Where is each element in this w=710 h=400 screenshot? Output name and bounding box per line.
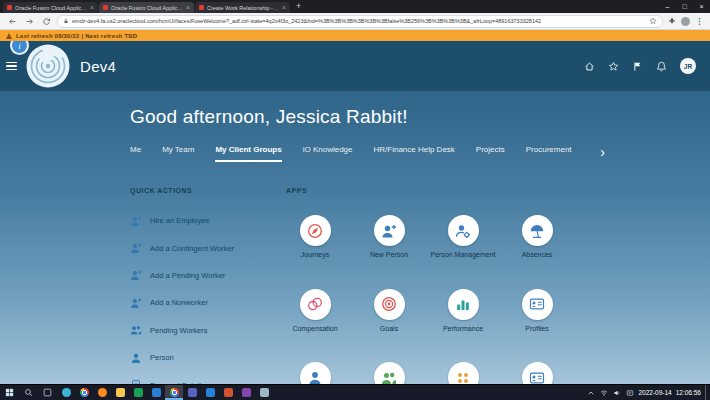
tab-my-client-groups[interactable]: My Client Groups [215,145,281,162]
tab-close-icon[interactable]: × [90,4,94,11]
header-actions: JR [584,58,696,74]
tab-close-icon[interactable]: × [186,4,190,11]
taskbar-app-word[interactable] [147,385,165,400]
back-icon[interactable] [6,15,18,27]
app-tile-compensation[interactable]: Compensation [278,289,352,363]
app-tile-circle [300,215,331,246]
taskbar-app-excel[interactable] [129,385,147,400]
quick-action-label: Add a Nonworker [150,298,208,307]
browser-profile-avatar[interactable] [681,17,690,26]
apps-heading: APPS [286,187,307,194]
url-text[interactable]: emdz-dev4.fa.us2.oraclecloud.com/hcmUI/f… [72,18,646,24]
quick-action-label: Add a Contingent Worker [150,244,234,253]
greeting-text: Good afternoon, Jessica Rabbit! [130,106,408,128]
new-tab-button[interactable]: + [296,1,301,12]
browser-tab[interactable]: Create Work Relationship - Ora...× [195,2,290,13]
taskbar-app-outlook[interactable] [201,385,219,400]
apps-grid: JourneysNew PersonPerson ManagementAbsen… [278,215,574,384]
home-banner: Good afternoon, Jessica Rabbit! MeMy Tea… [0,91,710,384]
home-icon[interactable] [584,61,595,72]
taskbar-app-teams[interactable] [183,385,201,400]
taskbar-app-chrome[interactable] [75,385,93,400]
app-tile-profiles[interactable]: Profiles [500,289,574,363]
browser-tab[interactable]: Oracle Fusion Cloud Applications× [99,2,194,13]
quick-action-personal-details[interactable]: Personal Details [130,371,282,384]
app-tile-goals[interactable]: Goals [352,289,426,363]
sandbox-banner: Last refresh 08/30/22 | Next refresh TBD [0,30,710,41]
taskbar-search-icon[interactable] [19,385,38,400]
app-tile[interactable] [426,362,500,384]
tab-hr-finance-help-desk[interactable]: HR/Finance Help Desk [373,145,454,162]
tab-title: Oracle Fusion Cloud Applications [15,5,87,11]
tab-title: Oracle Fusion Cloud Applications [111,5,183,11]
tab-io-knowledge[interactable]: iO Knowledge [303,145,353,162]
favorites-icon[interactable] [608,61,619,72]
extensions-icon[interactable] [668,17,676,25]
app-tile-label: Person Management [431,251,496,259]
navigator-menu-icon[interactable] [6,62,17,71]
taskbar-apps [57,385,273,400]
app-tile-journeys[interactable]: Journeys [278,215,352,289]
quick-action-add-a-nonworker[interactable]: Add a Nonworker [130,289,282,316]
taskbar-app-powerpoint[interactable] [219,385,237,400]
task-view-icon[interactable] [38,385,57,400]
card-icon [529,370,545,385]
tab-procurement[interactable]: Procurement [526,145,572,162]
next-tabs-chevron-icon[interactable]: › [600,145,605,159]
announcements-icon[interactable] [632,61,643,72]
window-controls: – □ × [659,0,710,13]
user-avatar[interactable]: JR [680,58,696,74]
quick-action-label: Pending Workers [150,326,207,335]
start-button[interactable] [0,385,19,400]
taskbar-app-edge[interactable] [57,385,75,400]
app-tile-performance[interactable]: Performance [426,289,500,363]
browser-tab[interactable]: Oracle Fusion Cloud Applications× [3,2,98,13]
reload-icon[interactable] [40,15,52,27]
app-tile-circle [448,362,479,384]
quick-action-pending-workers[interactable]: Pending Workers [130,317,282,344]
notepad-icon [260,388,269,397]
app-tile-circle [522,289,553,320]
app-tile-new-person[interactable]: New Person [352,215,426,289]
notifications-icon[interactable] [656,61,667,72]
onenote-icon [242,388,251,397]
app-tile-label: New Person [370,251,408,259]
quick-action-add-a-contingent-worker[interactable]: Add a Contingent Worker [130,234,282,261]
quick-action-add-a-pending-worker[interactable]: Add a Pending Worker [130,262,282,289]
window-close-button[interactable]: × [693,0,710,13]
bookmark-star-icon[interactable] [649,17,657,25]
app-tile[interactable] [278,362,352,384]
tab-me[interactable]: Me [130,145,141,162]
taskbar-clock[interactable]: 2022-09-14 12:06:56 [634,389,705,396]
word-icon [152,388,161,397]
notification-center-icon[interactable] [626,389,634,397]
browser-menu-icon[interactable] [695,17,704,26]
tab-my-team[interactable]: My Team [162,145,194,162]
taskbar-app-notepad[interactable] [255,385,273,400]
app-tile-absences[interactable]: Absences [500,215,574,289]
quick-action-hire-an-employee[interactable]: Hire an Employee [130,207,282,234]
app-tile-person-management[interactable]: Person Management [426,215,500,289]
show-desktop-button[interactable] [705,385,710,400]
chart-icon [455,296,471,312]
taskbar-app-chrome-active[interactable] [165,385,183,400]
quick-action-person[interactable]: Person [130,344,282,371]
app-tile[interactable] [352,362,426,384]
window-minimize-button[interactable]: – [659,0,676,13]
app-tile[interactable] [500,362,574,384]
tab-projects[interactable]: Projects [476,145,505,162]
tab-close-icon[interactable]: × [282,4,286,11]
taskbar-app-file-explorer[interactable] [111,385,129,400]
app-tile-circle [374,362,405,384]
chevron-up-icon[interactable] [587,389,595,397]
powerpoint-icon [224,388,233,397]
window-maximize-button[interactable]: □ [676,0,693,13]
taskbar-app-onenote[interactable] [237,385,255,400]
firefox-icon [98,388,107,397]
wifi-icon[interactable] [600,389,608,397]
speaker-icon[interactable] [613,389,621,397]
forward-icon[interactable] [23,15,35,27]
address-bar[interactable]: emdz-dev4.fa.us2.oraclecloud.com/hcmUI/f… [57,15,663,28]
taskbar-app-firefox[interactable] [93,385,111,400]
app-tile-label: Compensation [292,325,337,333]
